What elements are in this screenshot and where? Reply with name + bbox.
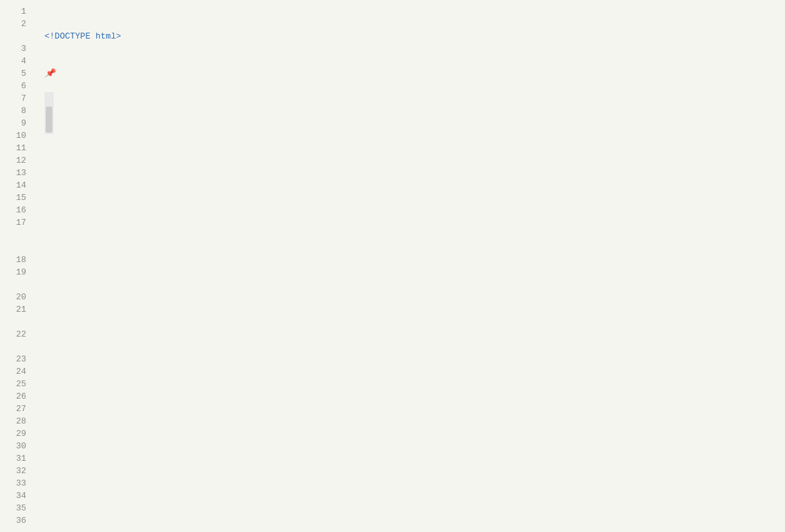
code-line-2: 📌: [44, 67, 785, 80]
code-line-1: <!DOCTYPE html>: [44, 30, 785, 42]
scrollbar-thumb[interactable]: [46, 107, 52, 133]
editor-container: 1 2 3 4 5 6 7 8 9 10 11 12 13 14 15 16 1…: [0, 0, 785, 532]
code-content[interactable]: <!DOCTYPE html> 📌: [34, 0, 785, 532]
line-numbers: 1 2 3 4 5 6 7 8 9 10 11 12 13 14 15 16 1…: [0, 0, 34, 532]
vertical-scrollbar[interactable]: [44, 92, 54, 134]
